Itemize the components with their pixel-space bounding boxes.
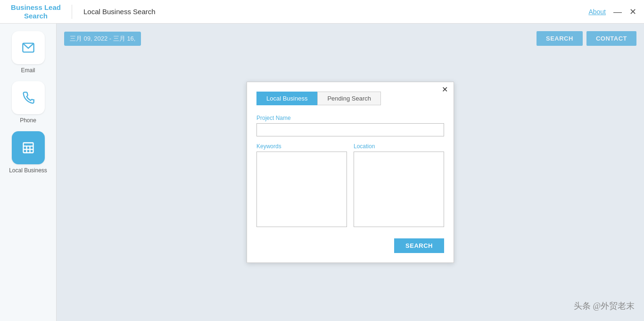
modal-overlay: ✕ Local Business Pending Search Project … (57, 24, 644, 321)
close-button[interactable]: ✕ (629, 8, 636, 16)
svg-rect-1 (23, 143, 33, 153)
sidebar-email-label: Email (21, 67, 35, 74)
watermark: 头条 @外贸老末 (574, 300, 635, 312)
sidebar-local-business-label: Local Business (9, 167, 47, 174)
modal-close-button[interactable]: ✕ (442, 86, 448, 93)
location-col: Location (354, 143, 444, 227)
app-title: Business Lead Search (8, 3, 64, 20)
building-icon (22, 141, 35, 154)
location-label: Location (354, 143, 444, 150)
main-layout: Email Phone Local Business (0, 24, 644, 321)
title-bar-right: About — ✕ (588, 8, 636, 16)
modal-footer: SEARCH (256, 234, 444, 253)
phone-icon (22, 91, 35, 104)
project-name-group: Project Name (256, 115, 444, 136)
sidebar-phone-label: Phone (20, 117, 36, 124)
content-area: 三月 09, 2022 - 三月 16, SEARCH CONTACT ✕ Lo… (57, 24, 644, 321)
local-business-icon-box (12, 131, 45, 164)
keywords-label: Keywords (256, 143, 347, 150)
modal-search-button[interactable]: SEARCH (394, 238, 444, 253)
email-icon-box (12, 31, 45, 64)
project-name-input[interactable] (256, 123, 444, 136)
sidebar-item-email[interactable]: Email (12, 31, 45, 74)
modal: ✕ Local Business Pending Search Project … (247, 82, 454, 263)
phone-icon-box (12, 81, 45, 114)
page-title: Local Business Search (83, 8, 156, 16)
title-bar: Business Lead Search Local Business Sear… (0, 0, 644, 24)
keywords-textarea[interactable] (256, 152, 347, 227)
about-link[interactable]: About (588, 8, 606, 16)
sidebar-item-phone[interactable]: Phone (12, 81, 45, 124)
keywords-location-row: Keywords Location (256, 143, 444, 227)
modal-tabs: Local Business Pending Search (256, 92, 444, 105)
keywords-col: Keywords (256, 143, 347, 227)
tab-local-business[interactable]: Local Business (256, 92, 317, 105)
location-textarea[interactable] (354, 152, 444, 227)
sidebar-item-local-business[interactable]: Local Business (9, 131, 47, 174)
sidebar: Email Phone Local Business (0, 24, 57, 321)
tab-pending-search[interactable]: Pending Search (317, 92, 381, 105)
minimize-button[interactable]: — (613, 8, 622, 16)
project-name-label: Project Name (256, 115, 444, 121)
email-icon (22, 41, 35, 54)
